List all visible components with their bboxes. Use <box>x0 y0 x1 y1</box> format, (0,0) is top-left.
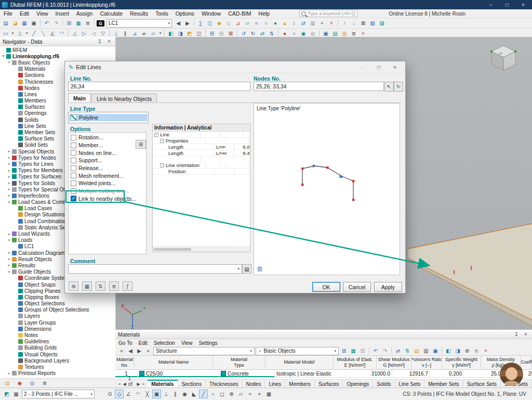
comment-edit-button[interactable]: ▤ <box>242 264 251 274</box>
toolbar-button[interactable]: ○ <box>290 30 298 37</box>
info-row[interactable]: −Line <box>153 132 250 138</box>
toolbar-button[interactable] <box>109 30 110 36</box>
snap-toggle[interactable]: ▱ <box>236 390 245 398</box>
toolbar-button[interactable]: ◫ <box>195 30 203 37</box>
toolbar-button[interactable]: ▤ <box>331 30 339 37</box>
toolbar-button[interactable]: ● <box>271 19 280 27</box>
expander-icon[interactable]: ▸ <box>7 187 11 191</box>
toolbar-button[interactable] <box>391 347 392 354</box>
line-no-input[interactable]: 26,34 <box>68 82 250 91</box>
close-button[interactable]: × <box>516 1 530 9</box>
toolbar-button[interactable]: ▣ <box>322 30 330 37</box>
table-cell[interactable]: 31000.0 <box>346 370 392 377</box>
table-tab[interactable]: Sections <box>178 380 206 388</box>
checkbox-icon[interactable] <box>71 143 76 148</box>
tree-item[interactable]: Dimensions <box>0 326 115 332</box>
toolbar-button[interactable]: ▷ <box>80 30 88 37</box>
menu-item[interactable]: Calculate <box>96 10 126 17</box>
toolbar-button[interactable]: ▥ <box>340 30 349 37</box>
checkbox-icon[interactable] <box>71 158 76 163</box>
toolbar-button[interactable]: ▨ <box>378 19 386 27</box>
expander-icon[interactable]: ▾ <box>7 270 11 274</box>
toolbar-button[interactable]: ↷ <box>52 19 60 27</box>
toolbar-button[interactable]: ◫ <box>206 19 214 27</box>
table-cell[interactable]: 12916.7 <box>392 370 430 377</box>
expander-icon[interactable]: ▾ <box>7 238 11 242</box>
toolbar-button[interactable] <box>369 347 369 354</box>
column-header[interactable]: Material No. <box>115 356 135 369</box>
toolbar-button[interactable]: ▭ <box>2 30 10 37</box>
toolbar-button[interactable]: ▱ <box>243 19 251 27</box>
tree-item[interactable]: Visual Objects <box>0 351 115 357</box>
tree-item[interactable]: Layers <box>0 313 115 319</box>
menu-item[interactable]: View <box>33 10 52 17</box>
expander-icon[interactable]: ▸ <box>7 251 11 255</box>
toolbar-button[interactable]: △ <box>71 30 79 37</box>
toolbar-button[interactable]: ∑ <box>196 19 205 27</box>
toolbar-button[interactable]: ⊟ <box>217 30 225 37</box>
snap-toggle[interactable]: ∠ <box>124 390 133 398</box>
table-cell[interactable]: C25/30 <box>138 370 219 377</box>
toolbar-button[interactable]: ⊞ <box>208 30 216 37</box>
status-button[interactable]: ◩ <box>3 390 11 398</box>
toolbar-button[interactable] <box>164 30 165 36</box>
table-view-combo[interactable]: Structure ▾ <box>153 347 255 355</box>
expander-icon[interactable]: ▸ <box>7 371 11 376</box>
toolbar-button[interactable]: ▦ <box>349 347 357 355</box>
line-type-selected[interactable]: Polyline <box>69 114 148 121</box>
toolbar-button[interactable]: ◁ <box>89 30 98 37</box>
toolbar-button[interactable]: ▽ <box>99 30 107 37</box>
table-tab[interactable]: Surfaces <box>315 380 343 388</box>
snap-toggle[interactable]: ◉ <box>180 390 189 398</box>
transfer-button[interactable]: ▥ <box>256 265 264 272</box>
expander-icon[interactable]: ▾ <box>7 200 11 204</box>
table-tab[interactable]: Solids <box>373 380 395 388</box>
column-header[interactable]: Material Model <box>265 356 334 369</box>
toolbar-button[interactable]: ⊿ <box>234 19 242 27</box>
toolbar-button[interactable] <box>237 30 237 36</box>
navigator-footer-button[interactable]: ≣ <box>41 379 49 387</box>
menu-item[interactable]: Tools <box>152 10 172 17</box>
pick-nodes-button[interactable]: ↖ <box>384 82 394 92</box>
toolbar-button[interactable]: × <box>359 30 367 37</box>
table-row[interactable]: 1 C25/30 Concrete Isotropic | Linear Ela… <box>115 370 532 378</box>
dialog-close-button[interactable]: × <box>388 63 402 72</box>
horizontal-scrollbar[interactable] <box>153 247 250 252</box>
expander-icon[interactable]: ▸ <box>7 232 11 236</box>
expander-icon[interactable]: ▸ <box>7 149 11 153</box>
toolbar-button[interactable]: ⊟ <box>358 347 367 355</box>
table-cell[interactable]: 0.200 <box>430 370 464 377</box>
dialog-minimize-button[interactable]: − <box>356 63 369 72</box>
sync-nodes-button[interactable]: ↻ <box>394 82 403 92</box>
toolbar-button[interactable] <box>94 19 95 26</box>
menu-item[interactable]: Results <box>126 10 152 17</box>
menu-item[interactable]: Help <box>255 10 274 17</box>
table-tab[interactable]: Lines <box>265 380 285 388</box>
toolbar-button[interactable]: ↺ <box>240 30 248 37</box>
toolbar-button[interactable]: ◨ <box>176 30 184 37</box>
tree-item[interactable]: Guidelines <box>0 339 115 345</box>
option-checkbox[interactable]: Member... <box>69 141 146 149</box>
toolbar-button[interactable]: ▥ <box>422 347 430 355</box>
dialog-tool-button[interactable]: ⊕ <box>69 281 78 291</box>
tree-item[interactable]: Textures <box>0 364 115 370</box>
menu-item[interactable]: Insert <box>52 10 73 17</box>
table-nav-button[interactable]: « <box>117 347 126 355</box>
toolbar-button[interactable]: ⇅ <box>403 347 411 355</box>
toolbar-button[interactable] <box>278 30 278 36</box>
toolbar-button[interactable]: ▶ <box>183 19 192 27</box>
toolbar-button[interactable]: ▧ <box>368 19 377 27</box>
table-tab[interactable]: Members <box>285 380 315 388</box>
toolbar-button[interactable]: ▤ <box>413 347 421 355</box>
tree-item[interactable]: Notes <box>0 332 115 338</box>
tree-item[interactable]: Groups of Object Selections <box>0 307 115 313</box>
collapse-icon[interactable]: − <box>160 139 164 143</box>
navigation-cube[interactable]: n+ <box>488 43 518 73</box>
close-icon[interactable]: × <box>105 38 113 44</box>
toolbar-button[interactable]: ◎ <box>309 30 317 37</box>
toolbar-button[interactable]: ⊿ <box>130 30 139 37</box>
snap-toggle[interactable]: ◣ <box>190 390 198 398</box>
table-tab[interactable]: Line Sets <box>395 380 425 388</box>
toolbar-button[interactable]: ↷ <box>381 347 389 355</box>
expander-icon[interactable]: ▸ <box>7 162 11 166</box>
